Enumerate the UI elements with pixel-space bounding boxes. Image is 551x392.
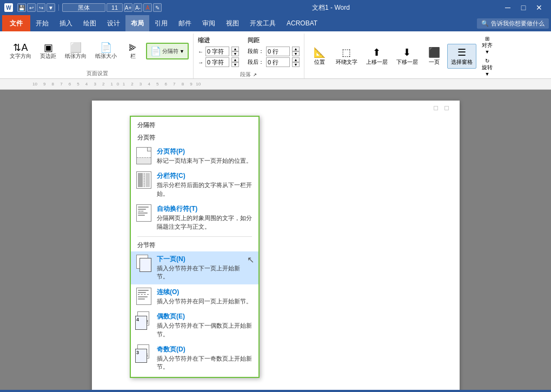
align-rotate-group: ⊞ 对齐 ▼ ↻ 旋转 ▼ [479,34,496,79]
view-menu[interactable]: 视图 [221,15,244,31]
indent-right-up[interactable]: ▲ [231,57,239,62]
close-btn[interactable]: ✕ [532,0,547,15]
section-separator [137,236,252,237]
breaks-btn[interactable]: 📄 分隔符 ▼ [146,43,189,59]
review-menu[interactable]: 审阅 [197,15,221,31]
spacing-after-up[interactable]: ▲ [292,57,300,62]
spacing-before-up[interactable]: ▲ [292,46,300,51]
search-box[interactable]: 🔍 告诉我你想要做什么 [477,18,549,29]
font-color-btn[interactable]: A [143,3,152,12]
ribbon-group-paragraph: 缩进 ← 0 字符 ▲ ▼ → 0 字符 ▲ ▼ [194,34,304,78]
paper-size-label: 纸张大小 [95,52,117,60]
indent-right-down[interactable]: ▼ [231,62,239,67]
breaks-icon: 📄 [150,46,161,56]
maximize-btn[interactable]: □ [516,0,531,15]
redo-btn[interactable]: ↪ [37,3,45,12]
customize-btn[interactable]: ▼ [47,3,55,12]
rotate-btn[interactable]: ↻ 旋转 ▼ [480,57,495,78]
text-direction-btn[interactable]: ⇅A 文字方向 [6,41,35,62]
page-setup-buttons: ⇅A 文字方向 ▣ 页边距 ⬜ 纸张方向 📄 纸张大小 ⫸ 栏 [6,34,189,69]
spacing-before-down[interactable]: ▼ [292,51,300,56]
page-setup-label: 页面设置 [87,69,108,78]
paper-size-btn[interactable]: 📄 纸张大小 [92,41,120,62]
indent-section: 缩进 ← 0 字符 ▲ ▼ → 0 字符 ▲ ▼ [198,35,239,68]
text-wrap-text: 自动换行符(T) 分隔网页上的对象周围的文字，如分隔题注文字与正文。 [157,204,254,231]
spacing-after-label: 段后： [248,58,264,66]
undo-btn[interactable]: ↩ [27,3,36,12]
next-page-item[interactable]: 下一页(N) 插入分节符并在下一页上开始新节。 ↖ [131,251,258,284]
spacing-after-value[interactable]: 0 行 [266,57,290,67]
position-btn[interactable]: 📐 位置 [309,44,330,68]
spacing-after-spinners: ▲ ▼ [292,57,300,67]
search-icon: 🔍 [481,20,489,27]
spacing-label: 间距 [248,36,300,44]
paragraph-dialog-launcher[interactable]: 段落 ↗ [240,71,257,78]
align-btn[interactable]: ⊞ 对齐 ▼ [480,35,495,56]
indent-left-value[interactable]: 0 字符 [205,46,229,56]
page-break-desc: 标记一页结束与下一页开始的位置。 [157,157,254,165]
ruler-area: 10 9 8 7 6 5 4 3 2 1 0 1 2 3 4 5 6 7 8 9… [0,79,551,90]
ribbon-content: ⇅A 文字方向 ▣ 页边距 ⬜ 纸张方向 📄 纸张大小 ⫸ 栏 [0,31,551,79]
column-break-item[interactable]: 分栏符(C) 指示分栏符后面的文字将从下一栏开始。 [131,168,258,201]
developer-menu[interactable]: 开发工具 [244,15,281,31]
minimize-btn[interactable]: ─ [500,0,515,15]
page-break-title: 分页符(P) [157,147,254,156]
wrap-text-label: 环绕文字 [336,58,357,66]
columns-label: 栏 [130,52,136,60]
column-break-text: 分栏符(C) 指示分栏符后面的文字将从下一栏开始。 [157,171,254,198]
home-menu[interactable]: 开始 [30,15,54,31]
page-break-item[interactable]: 分页符(P) 标记一页结束与下一页开始的位置。 [131,144,258,168]
send-backward-btn[interactable]: ⬇ 下移一层 [393,44,421,68]
position-icon: 📐 [314,46,326,58]
select-pane-btn[interactable]: ☰ 选择窗格 [447,44,476,69]
continuous-icon [135,288,152,305]
spacing-before-label: 段前： [248,48,264,55]
layout-menu[interactable]: 布局 [125,15,149,31]
columns-btn[interactable]: ⫸ 栏 [122,41,144,62]
mailings-menu[interactable]: 邮件 [173,15,197,31]
font-size-box[interactable]: 11 [107,3,123,12]
font-decrease-btn[interactable]: A- [134,3,142,12]
even-page-text: 偶数页(E) 插入分节符并在下一偶数页上开始新节。 [157,312,254,338]
indent-left-up[interactable]: ▲ [231,46,239,51]
file-menu[interactable]: 文件 [2,15,30,31]
odd-page-item[interactable]: 1 3 奇数页(D) 插入分节符并在下一奇数页上开始新节。 [131,342,258,375]
next-page-title: 下一页(N) [157,255,241,264]
next-page-text: 下一页(N) 插入分节符并在下一页上开始新节。 [157,255,241,281]
column-break-desc: 指示分栏符后面的文字将从下一栏开始。 [157,181,254,198]
indent-left-down[interactable]: ▼ [231,51,239,56]
column-break-icon [135,171,152,189]
margins-label: 页边距 [40,52,56,60]
font-increase-btn[interactable]: A+ [124,3,132,12]
bring-forward-btn[interactable]: ⬆ 上移一层 [363,44,391,68]
next-page-desc: 插入分节符并在下一页上开始新节。 [157,264,241,281]
font-name-box[interactable]: 黑体 [62,3,105,12]
save-btn[interactable]: 💾 [17,3,26,12]
design-menu[interactable]: 设计 [102,15,125,31]
window-controls: ─ □ ✕ [500,0,547,15]
orientation-btn[interactable]: ⬜ 纸张方向 [62,41,90,62]
acrobat-menu[interactable]: ACROBAT [281,15,323,31]
indent-left-row: ← 0 字符 ▲ ▼ [198,46,239,56]
spacing-after-down[interactable]: ▼ [292,62,300,67]
insert-menu[interactable]: 插入 [54,15,78,31]
indent-left-label: ← [198,49,203,55]
paragraph-label: 段落 [240,71,251,78]
wrap-text-btn[interactable]: ⬚ 环绕文字 [333,44,361,68]
continuous-item[interactable]: 连续(O) 插入分节符并在同一页上开始新节。 [131,284,258,309]
highlight-btn[interactable]: ✎ [153,3,162,12]
draw-menu[interactable]: 绘图 [78,15,102,31]
bring-forward-label: 上移一层 [366,58,388,66]
indent-right-spinners: ▲ ▼ [231,57,239,67]
bring-forward-icon: ⬆ [373,46,381,58]
menu-bar: 文件 开始 插入 绘图 设计 布局 引用 邮件 审阅 视图 开发工具 ACROB… [0,15,551,31]
margins-btn[interactable]: ▣ 页边距 [37,41,59,62]
spacing-before-spinners: ▲ ▼ [292,46,300,56]
spacing-before-value[interactable]: 0 行 [266,46,290,56]
even-page-item[interactable]: 2 4 偶数页(E) 插入分节符并在下一偶数页上开始新节。 [131,309,258,342]
text-wrap-item[interactable]: 自动换行符(T) 分隔网页上的对象周围的文字，如分隔题注文字与正文。 [131,201,258,234]
one-page-btn[interactable]: ⬛ 一页 [423,44,445,68]
references-menu[interactable]: 引用 [149,15,173,31]
text-wrap-desc: 分隔网页上的对象周围的文字，如分隔题注文字与正文。 [157,214,254,231]
indent-right-value[interactable]: 0 字符 [205,57,229,67]
